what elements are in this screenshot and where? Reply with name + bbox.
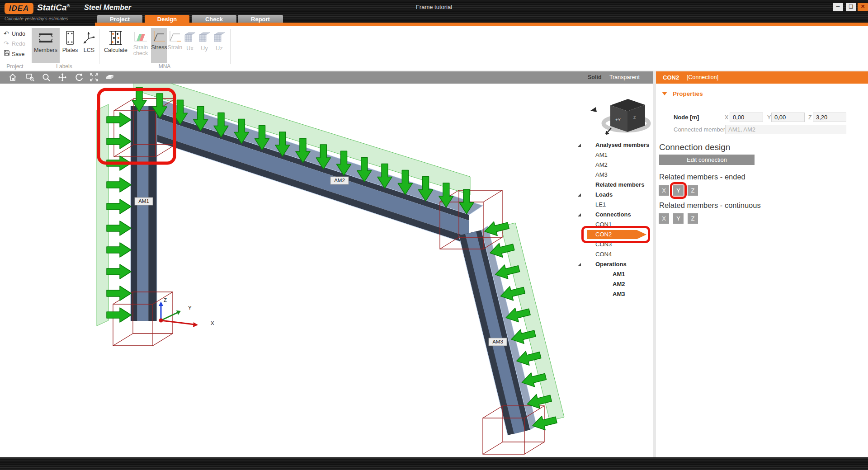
related-ended-heading: Related members - ended [659, 173, 745, 181]
ribbon-separator [230, 29, 231, 64]
view-mode-transparent[interactable]: Transparent [609, 71, 651, 84]
expander-icon[interactable] [578, 144, 581, 147]
tree-am1[interactable]: AM1 [574, 150, 653, 160]
axis-y-label: Y [188, 305, 192, 310]
strain-button[interactable]: Strain [167, 28, 183, 63]
ended-z-button[interactable]: Z [688, 185, 698, 196]
minimize-button[interactable]: ─ [833, 3, 843, 11]
navcube-front-label: +Y [615, 117, 621, 122]
strain-check-button[interactable]: Strain check [130, 28, 151, 63]
node-z-input[interactable] [813, 113, 846, 122]
undo-button[interactable]: ↶Undo [4, 30, 25, 39]
redo-button[interactable]: ↷Redo [4, 40, 25, 49]
tree-loads[interactable]: Loads [574, 190, 653, 200]
save-button[interactable]: Save [4, 50, 25, 59]
expander-icon[interactable] [578, 193, 581, 197]
node-x-label: X [725, 114, 728, 121]
coordinate-axes: Z Y X [159, 297, 214, 327]
member-am1[interactable] [131, 106, 157, 321]
stress-icon [152, 30, 166, 43]
related-continuous-heading: Related members - continuous [659, 201, 761, 210]
bottom-bar [0, 457, 868, 470]
tab-report[interactable]: Report [238, 15, 283, 23]
home-icon[interactable] [8, 73, 17, 82]
close-button[interactable]: ✕ [858, 3, 868, 11]
member-am3[interactable] [459, 226, 537, 435]
tree-am3[interactable]: AM3 [574, 170, 653, 180]
connected-members-input[interactable] [725, 125, 846, 134]
expander-icon[interactable] [578, 263, 581, 266]
connected-members-label: Connected members [674, 126, 728, 133]
view-mode-solid[interactable]: Solid [588, 71, 607, 84]
panel-header-title: CON2 [663, 71, 679, 84]
tab-design[interactable]: Design [145, 15, 189, 23]
uz-button[interactable]: Uz [212, 28, 227, 63]
stress-button[interactable]: Stress [151, 28, 167, 63]
svg-text:AM2: AM2 [334, 178, 345, 183]
svg-text:AM3: AM3 [492, 339, 503, 344]
tree-le1[interactable]: LE1 [574, 200, 653, 210]
uy-button[interactable]: Uy [197, 28, 212, 63]
ribbon: ↶Undo ↷Redo Save Project Members Plates [0, 26, 868, 70]
calculate-icon [108, 30, 124, 46]
navcube-arrow-left[interactable] [590, 107, 597, 112]
expander-icon[interactable] [578, 213, 581, 216]
continuous-z-button[interactable]: Z [688, 213, 698, 224]
ux-button[interactable]: Ux [183, 28, 197, 63]
navigator-tree: Analysed members AM1 AM2 AM3 Related mem… [574, 140, 653, 301]
plates-button[interactable]: Plates [60, 28, 80, 63]
tree-operations-am3[interactable]: AM3 [574, 289, 653, 299]
annotation-con2 [581, 226, 650, 243]
members-icon [37, 30, 55, 46]
navigation-cube[interactable]: +Y Z [590, 99, 653, 134]
zoom-window-icon[interactable] [26, 73, 35, 82]
pan-icon[interactable] [58, 73, 67, 82]
ended-x-button[interactable]: X [659, 185, 669, 196]
tree-am2[interactable]: AM2 [574, 160, 653, 170]
strain-icon [168, 30, 182, 43]
ribbon-separator [30, 29, 30, 64]
calculate-button[interactable]: Calculate [101, 28, 130, 63]
members-button[interactable]: Members [32, 28, 60, 63]
member-label-am1: AM1 [135, 197, 153, 205]
ribbon-separator [99, 29, 99, 64]
uz-icon [212, 30, 226, 44]
edit-connection-button[interactable]: Edit connection [659, 155, 755, 165]
3d-scene: Z Y X AM1 AM2 AM3 [0, 84, 653, 457]
continuous-x-button[interactable]: X [659, 213, 669, 224]
solid-box-icon[interactable] [105, 73, 114, 82]
tree-con4[interactable]: CON4 [574, 249, 653, 259]
node-label: Node [m] [674, 114, 699, 121]
tree-operations[interactable]: Operations [574, 259, 653, 269]
annotation-ended-y [670, 182, 687, 199]
3d-viewport[interactable]: Z Y X AM1 AM2 AM3 [0, 84, 653, 457]
undo-icon: ↶ [4, 30, 12, 37]
properties-panel-header: CON2 [Connection] [656, 71, 868, 84]
rotate-icon[interactable] [75, 73, 84, 82]
lcs-icon [81, 30, 97, 46]
zoom-icon[interactable] [42, 73, 51, 82]
connection-design-heading: Connection design [659, 142, 730, 152]
tab-project[interactable]: Project [97, 15, 142, 23]
axis-x-label: X [211, 320, 214, 326]
node-y-input[interactable] [771, 113, 805, 122]
lcs-button[interactable]: LCS [80, 28, 98, 63]
maximize-button[interactable]: ❑ [846, 3, 856, 11]
strain-check-icon [133, 30, 148, 43]
group-label-labels: Labels [30, 63, 99, 70]
tree-related-members[interactable]: Related members [574, 180, 653, 190]
section-collapse-icon[interactable] [662, 92, 667, 95]
tab-check[interactable]: Check [192, 15, 236, 23]
fit-view-icon[interactable] [90, 73, 99, 82]
redo-icon: ↷ [4, 40, 12, 47]
navcube-side-label: Z [633, 115, 636, 120]
node-x-input[interactable] [730, 113, 763, 122]
plates-icon [64, 30, 76, 46]
node-z-label: Z [808, 114, 812, 121]
continuous-y-button[interactable]: Y [673, 213, 684, 224]
tree-connections[interactable]: Connections [574, 210, 653, 220]
tree-operations-am1[interactable]: AM1 [574, 269, 653, 279]
accent-underline [95, 23, 868, 26]
tree-analysed-members[interactable]: Analysed members [574, 140, 653, 150]
tree-operations-am2[interactable]: AM2 [574, 279, 653, 289]
